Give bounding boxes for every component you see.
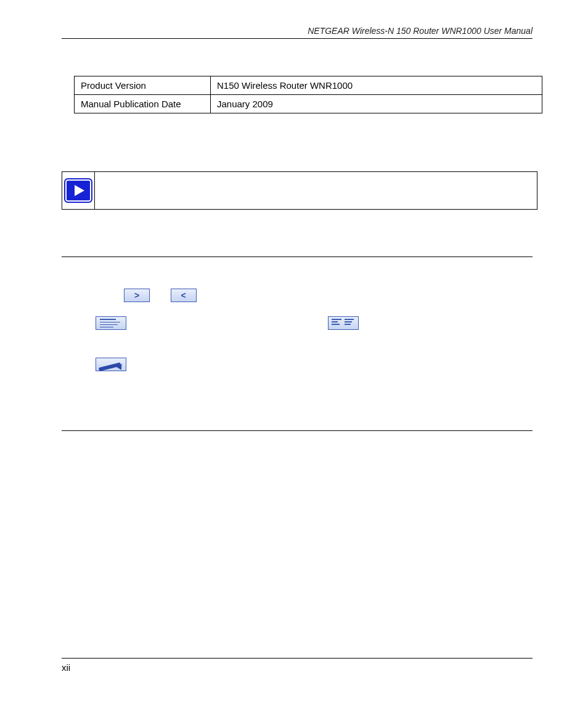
print-bullet-label: Printing a page from HTML <box>88 463 206 474</box>
kb-tip-icon <box>116 362 125 370</box>
section-rule <box>62 257 533 257</box>
note-box: Note: Product updates are available on t… <box>62 171 537 210</box>
toc-button[interactable] <box>96 316 126 330</box>
print-intro: To print this manual, you can choose one… <box>62 440 533 452</box>
chevron-left-icon: < <box>181 289 186 302</box>
index-icon <box>329 317 358 329</box>
print-list: Printing a page from HTML . Each page in… <box>76 462 533 489</box>
next-page-button[interactable]: > <box>124 289 150 302</box>
note-text: Note: Product updates are available on t… <box>95 172 537 209</box>
header-rule <box>62 38 533 39</box>
section-intro: The HTML version of this manual includes… <box>62 266 533 278</box>
note-arrow-icon <box>64 178 92 203</box>
list-item: Buttons, > and < , for browsing forward … <box>76 288 533 302</box>
footer-rule <box>62 658 533 659</box>
page: NETGEAR Wireless-N 150 Router WNR1000 Us… <box>0 0 588 706</box>
list-item: Printing a page from HTML . Each page in… <box>76 462 533 489</box>
note-body: Product updates are available on the NET… <box>130 179 527 189</box>
table-row: Manual Publication Date January 2009 <box>75 95 542 113</box>
text: A <box>88 358 96 369</box>
chevron-right-icon: > <box>134 289 139 302</box>
subsection-rule <box>62 430 533 431</box>
text: A <box>88 317 96 327</box>
running-header: NETGEAR Wireless-N 150 Router WNR1000 Us… <box>62 26 533 36</box>
knowledge-base-button[interactable] <box>96 358 126 371</box>
cell-label: Manual Publication Date <box>75 95 211 113</box>
text: Links to PDF versions of the full manual… <box>88 386 350 396</box>
text: Buttons, <box>88 289 124 300</box>
section-heading: How to Use This Manual <box>62 237 533 253</box>
table-row: Product Version N150 Wireless Router WNR… <box>75 76 542 95</box>
feature-list: Buttons, > and < , for browsing forward … <box>76 288 533 398</box>
text: and <box>152 289 170 300</box>
list-item: A button that displays the table of cont… <box>76 316 533 343</box>
cell-value: January 2009 <box>211 95 542 113</box>
note-icon-cell <box>62 172 95 209</box>
footer-section: About This Manual <box>466 663 533 673</box>
note-heading: Note: <box>104 179 127 189</box>
list-item: A button to access the full NETGEAR, Inc… <box>76 357 533 371</box>
info-table: Product Version N150 Wireless Router WNR… <box>74 76 542 113</box>
text: , for browsing forward or backward throu… <box>199 289 505 300</box>
footer: xii About This Manual v1.0, January 2009 <box>62 658 533 681</box>
text: button that displays the table of conten… <box>129 317 329 327</box>
toc-icon <box>96 317 126 329</box>
cell-value: N150 Wireless Router WNR1000 <box>211 76 542 95</box>
footer-version: v1.0, January 2009 <box>62 674 533 681</box>
page-number: xii <box>62 662 70 673</box>
list-item: Links to PDF versions of the full manual… <box>76 385 533 398</box>
cell-label: Product Version <box>75 76 211 95</box>
text: button to access the full NETGEAR, Inc. … <box>129 358 483 369</box>
prev-page-button[interactable]: < <box>171 289 197 302</box>
subsection-heading: How to Print This Manual <box>62 412 533 425</box>
index-button[interactable] <box>328 316 359 330</box>
